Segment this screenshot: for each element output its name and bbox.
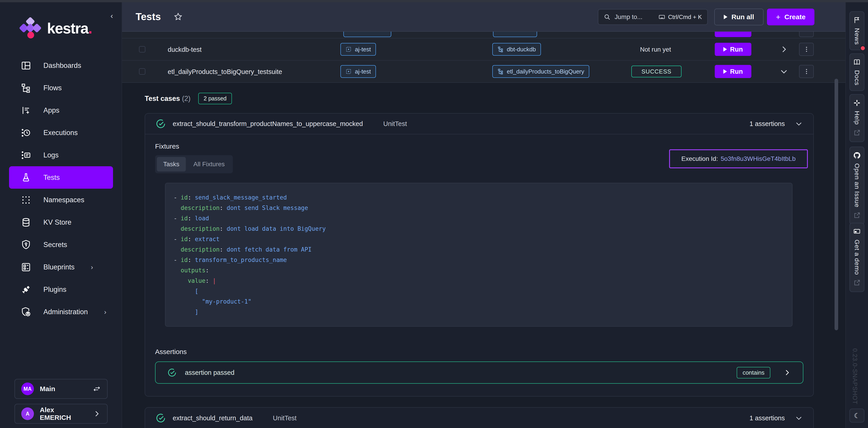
sidebar-item-tests[interactable]: Tests xyxy=(9,166,113,189)
sidebar-item-label: Logs xyxy=(43,151,59,159)
sidebar-collapse-icon[interactable]: ‹ xyxy=(111,11,113,20)
row-checkbox[interactable] xyxy=(139,68,145,75)
flag-icon xyxy=(853,16,861,24)
test-case-type: UnitTest xyxy=(273,415,297,422)
open-issue-button[interactable]: Open an Issue xyxy=(849,147,864,225)
sidebar-item-plugins[interactable]: Plugins xyxy=(9,278,113,301)
partial-kebab-button xyxy=(799,32,814,37)
fixtures-tabs: Tasks All Fixtures xyxy=(155,155,233,173)
tab-tasks[interactable]: Tasks xyxy=(157,157,186,171)
sidebar-item-namespaces[interactable]: Namespaces xyxy=(9,189,113,211)
vertical-scrollbar[interactable] xyxy=(835,79,838,330)
external-link-icon xyxy=(853,279,861,287)
row-checkbox[interactable] xyxy=(139,46,145,53)
namespace-badge[interactable]: aj-test xyxy=(340,65,376,78)
kestra-logo-icon xyxy=(20,18,41,39)
sidebar-item-label: Executions xyxy=(43,129,78,137)
sidebar-item-secrets[interactable]: Secrets xyxy=(9,233,113,256)
sidebar-item-label: Dashboards xyxy=(43,61,81,70)
sidebar-item-dashboards[interactable]: Dashboards xyxy=(9,54,113,77)
swap-icon xyxy=(93,385,101,393)
tab-all-fixtures[interactable]: All Fixtures xyxy=(187,157,231,171)
namespace-badge[interactable]: aj-test xyxy=(340,43,376,56)
sidebar-item-label: KV Store xyxy=(43,218,71,226)
assertion-row[interactable]: assertion passed contains xyxy=(155,362,803,384)
tenant-switcher[interactable]: MA Main xyxy=(14,379,107,399)
test-case-card: extract_should_transform_productNames_to… xyxy=(145,113,814,397)
test-case-name: extract_should_transform_productNames_to… xyxy=(173,120,363,127)
logs-icon xyxy=(21,150,31,161)
chevron-down-icon[interactable] xyxy=(779,67,788,76)
main-content: duckdb-test aj-test dbt-duckdb Not run y… xyxy=(122,2,845,428)
fixture-code[interactable]: - id: send_slack_message_started descrip… xyxy=(165,183,793,327)
news-button[interactable]: News xyxy=(849,11,864,50)
run-button[interactable]: Run xyxy=(715,43,751,56)
table-row: duckdb-test aj-test dbt-duckdb Not run y… xyxy=(122,38,845,60)
test-case-header[interactable]: extract_should_transform_productNames_to… xyxy=(145,114,813,134)
status-badge-success: SUCCESS xyxy=(631,66,682,77)
test-name[interactable]: duckdb-test xyxy=(168,46,202,53)
table-row-partial xyxy=(122,32,845,38)
test-name[interactable]: etl_dailyProducts_toBigQuery_testsuite xyxy=(168,68,282,76)
open-issue-label: Open an Issue xyxy=(853,163,861,207)
sidebar-item-executions[interactable]: Executions xyxy=(9,121,113,144)
flow-badge[interactable]: dbt-duckdb xyxy=(492,43,541,56)
chevron-right-icon[interactable] xyxy=(779,45,788,54)
search-input[interactable] xyxy=(615,13,654,21)
chevron-right-icon: › xyxy=(91,263,93,271)
sidebar-item-label: Administration xyxy=(43,308,88,316)
run-all-button[interactable]: Run all xyxy=(714,8,764,25)
presentation-icon xyxy=(853,228,861,235)
version-label: 0.23.0-SNAPSHOT xyxy=(851,348,858,404)
keyboard-icon xyxy=(658,13,665,20)
database-icon xyxy=(21,217,31,228)
search-shortcut: Ctrl/Cmd + K xyxy=(658,13,702,21)
user-name: Alex EMERICH xyxy=(40,406,87,422)
test-case-header[interactable]: extract_should_return_data UnitTest 1 as… xyxy=(145,408,813,428)
plus-icon: + xyxy=(776,13,780,22)
partial-namespace-badge xyxy=(343,32,391,37)
sidebar-item-logs[interactable]: Logs xyxy=(9,144,113,166)
flow-icon xyxy=(497,68,504,75)
row-menu-button[interactable] xyxy=(799,43,814,56)
chevron-down-icon[interactable] xyxy=(795,414,803,422)
row-menu-button[interactable] xyxy=(799,65,814,78)
user-menu[interactable]: A Alex EMERICH xyxy=(14,404,107,424)
test-case-card: extract_should_return_data UnitTest 1 as… xyxy=(145,407,814,428)
chevron-down-icon[interactable] xyxy=(795,120,803,128)
jump-to-search[interactable]: Ctrl/Cmd + K xyxy=(598,9,708,25)
sidebar-item-blueprints[interactable]: Blueprints › xyxy=(9,256,113,278)
sidebar-item-administration[interactable]: Administration › xyxy=(9,301,113,323)
namespaces-icon xyxy=(21,195,31,205)
book-icon xyxy=(853,58,861,66)
help-button[interactable]: Help xyxy=(849,94,864,142)
partial-run-button xyxy=(715,32,751,37)
theme-toggle-button[interactable]: ☾ xyxy=(849,408,864,423)
assertions-heading: Assertions xyxy=(155,348,803,355)
flow-badge[interactable]: etl_dailyProducts_toBigQuery xyxy=(492,65,589,78)
sidebar-item-kv-store[interactable]: KV Store xyxy=(9,211,113,233)
run-button[interactable]: Run xyxy=(715,65,751,78)
table-row: etl_dailyProducts_toBigQuery_testsuite a… xyxy=(122,61,845,82)
docs-button[interactable]: Docs xyxy=(849,53,864,91)
sidebar-item-flows[interactable]: Flows xyxy=(9,77,113,99)
test-case-type: UnitTest xyxy=(383,120,407,127)
kestra-logo-text: kestra. xyxy=(47,20,92,37)
flask-icon xyxy=(21,172,31,183)
assertion-result: assertion passed xyxy=(185,369,235,376)
fixtures-heading: Fixtures xyxy=(155,143,803,150)
sidebar-item-apps[interactable]: Apps xyxy=(9,99,113,121)
news-label: News xyxy=(853,28,861,45)
create-button[interactable]: + Create xyxy=(767,8,814,25)
chevron-right-icon[interactable] xyxy=(783,369,791,377)
execution-id-link[interactable]: 5o3fn8u3WHisGeT4bItbLb xyxy=(721,155,796,163)
tests-table: duckdb-test aj-test dbt-duckdb Not run y… xyxy=(122,32,845,83)
external-link-icon xyxy=(853,129,861,137)
favorite-star-icon[interactable] xyxy=(174,12,183,21)
kestra-logo[interactable]: kestra. xyxy=(20,18,92,39)
flow-badge-label: dbt-duckdb xyxy=(507,46,536,53)
page-topbar: Tests Ctrl/Cmd + K Run all + Create xyxy=(122,2,845,32)
page-title: Tests xyxy=(135,11,161,22)
namespace-badge-label: aj-test xyxy=(355,46,371,53)
get-demo-button[interactable]: Get a demo xyxy=(849,223,864,292)
